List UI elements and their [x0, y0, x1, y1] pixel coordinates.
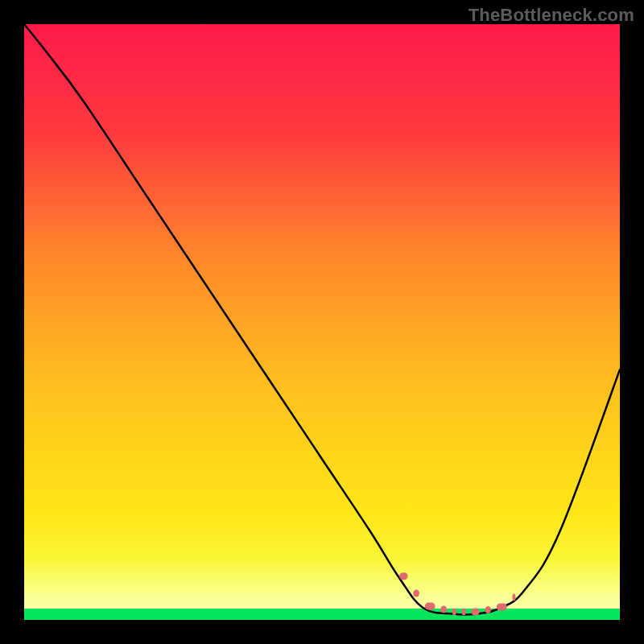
flat-region-marker: [485, 606, 491, 613]
chart-area: [24, 24, 620, 620]
flat-region-marker: [425, 603, 436, 610]
flat-region-marker: [512, 593, 515, 601]
watermark-label: TheBottleneck.com: [469, 5, 634, 26]
flat-region-marker: [471, 609, 479, 616]
flat-region-marker: [497, 603, 507, 610]
flat-region-marker: [462, 609, 466, 616]
flat-region-marker: [440, 605, 447, 613]
flat-region-marker: [413, 589, 419, 597]
flat-region-marker: [399, 572, 407, 580]
bottleneck-curve: [24, 24, 620, 620]
flat-region-marker: [452, 608, 456, 615]
